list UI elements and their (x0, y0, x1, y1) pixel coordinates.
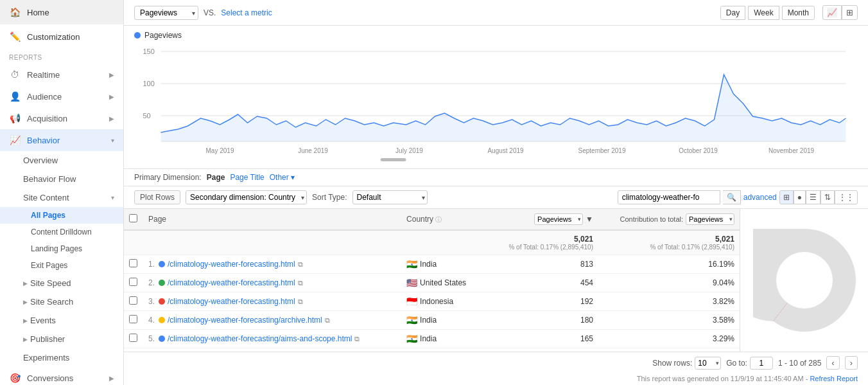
view-table-button[interactable]: ⊞ (779, 190, 794, 204)
table-body: 5,021 % of Total: 0.17% (2,895,410) 5,02… (124, 230, 740, 352)
sidebar-item-site-content[interactable]: Site Content ▾ (0, 188, 123, 207)
row-page-link[interactable]: /climatology-weather-forecasting/archive… (168, 316, 322, 325)
bar-chart-button[interactable]: ⊞ (842, 5, 858, 20)
toolbar-right: 🔍 advanced ⊞ ● ☰ ⇅ ⋮⋮ (618, 190, 858, 204)
sidebar-item-content-drilldown[interactable]: Content Drilldown (0, 224, 123, 240)
sidebar-item-site-search[interactable]: ▶ Site Search (0, 292, 123, 311)
row-number: 1. (148, 260, 155, 269)
row-checkbox[interactable] (129, 259, 137, 267)
search-button[interactable]: 🔍 (723, 190, 741, 204)
sidebar-item-site-speed[interactable]: ▶ Site Speed (0, 274, 123, 292)
sidebar-item-all-pages[interactable]: All Pages (0, 207, 123, 224)
svg-text:July 2019: July 2019 (395, 147, 423, 154)
sidebar-item-acquisition[interactable]: 📢 Acquisition ▶ (0, 107, 123, 129)
row-page-link[interactable]: /climatology-weather-forecasting.html (168, 278, 295, 287)
row-page-link[interactable]: /climatology-weather-forecasting.html (168, 297, 295, 306)
copy-icon[interactable]: ⧉ (298, 279, 303, 287)
row-pageviews-cell: 165 (483, 330, 598, 348)
select-metric-link[interactable]: Select a metric (221, 8, 272, 17)
sidebar-item-audience[interactable]: 👤 Audience ▶ (0, 85, 123, 107)
sidebar-item-exit-pages-label: Exit Pages (31, 261, 67, 270)
plot-rows-button[interactable]: Plot Rows (134, 190, 180, 204)
sidebar-item-acquisition-label: Acquisition (27, 114, 67, 123)
sidebar-item-home[interactable]: 🏠 Home (0, 0, 123, 24)
flag-icon: 🇮🇳 (406, 259, 417, 269)
sidebar-item-realtime[interactable]: ⏱ Realtime ▶ (0, 64, 123, 85)
dimension-other-link[interactable]: Other ▾ (270, 173, 295, 182)
secondary-dimension-select[interactable]: Secondary dimension: Country (186, 190, 307, 204)
pie-chart-wrapper (740, 209, 868, 352)
flag-icon: 🇮🇳 (406, 334, 417, 344)
copy-icon[interactable]: ⧉ (354, 335, 360, 343)
refresh-report-link[interactable]: Refresh Report (810, 375, 858, 382)
legend-label: Pageviews (144, 31, 182, 40)
header-page: Page (143, 209, 401, 230)
week-button[interactable]: Week (748, 6, 779, 20)
row-checkbox[interactable] (129, 315, 137, 323)
row-page-link[interactable]: /climatology-weather-forecasting/aims-an… (168, 334, 352, 343)
sort-type-select[interactable]: Default Absolute Change Weighted Sort (352, 190, 428, 204)
sidebar-item-overview[interactable]: Overview (0, 151, 123, 170)
pageviews-sort-select[interactable]: Pageviews (534, 213, 583, 225)
copy-icon[interactable]: ⧉ (298, 298, 303, 306)
svg-rect-15 (381, 158, 406, 161)
view-pivot-button[interactable]: ⋮⋮ (835, 190, 858, 204)
view-pie-button[interactable]: ● (794, 190, 806, 204)
advanced-link[interactable]: advanced (743, 193, 777, 202)
metric-select[interactable]: Pageviews Sessions Users Bounce Rate (134, 6, 198, 20)
country-name: India (420, 260, 437, 269)
reports-label: REPORTS (0, 49, 123, 64)
table-row: 1. /climatology-weather-forecasting.html… (124, 255, 740, 274)
pageviews-sort-wrapper: Pageviews (534, 213, 583, 225)
chevron-right-icon: ▶ (109, 71, 114, 78)
month-button[interactable]: Month (782, 6, 815, 20)
table-toolbar: Plot Rows Secondary dimension: Country S… (124, 186, 868, 209)
sidebar-item-customization[interactable]: ✏️ Customization (0, 24, 123, 49)
row-checkbox[interactable] (129, 278, 137, 286)
dimension-page-title-link[interactable]: Page Title (230, 173, 264, 182)
sidebar-item-events[interactable]: ▶ Events (0, 311, 123, 330)
table-row: 5. /climatology-weather-forecasting/aims… (124, 330, 740, 348)
chevron-right-icon-speed: ▶ (23, 280, 28, 287)
sidebar-item-behavior-flow[interactable]: Behavior Flow (0, 170, 123, 188)
view-list-button[interactable]: ☰ (806, 190, 820, 204)
select-all-checkbox[interactable] (129, 214, 137, 222)
row-pageviews-cell: 813 (483, 255, 598, 274)
row-page-link[interactable]: /climatology-weather-forecasting.html (168, 260, 295, 269)
row-pageviews-cell: 454 (483, 274, 598, 292)
sidebar-item-experiments[interactable]: Experiments (0, 348, 123, 367)
sidebar-item-landing-pages[interactable]: Landing Pages (0, 240, 123, 257)
rows-select[interactable]: 10 25 50 100 500 (695, 357, 721, 370)
sidebar-item-conversions[interactable]: 🎯 Conversions ▶ (0, 367, 123, 385)
contrib-select[interactable]: Pageviews (686, 213, 734, 225)
rows-select-wrapper: 10 25 50 100 500 (695, 357, 721, 370)
dimension-page-link[interactable]: Page (207, 173, 225, 182)
day-button[interactable]: Day (720, 6, 745, 20)
sort-arrow-icon[interactable]: ▼ (586, 215, 593, 224)
sidebar-item-content-drilldown-label: Content Drilldown (31, 228, 92, 237)
sidebar-item-behavior[interactable]: 📈 Behavior ▾ (0, 129, 123, 151)
header-contribution: Contribution to total: Pageviews (598, 209, 740, 230)
vs-text: VS. (204, 8, 216, 17)
search-input[interactable] (618, 190, 720, 204)
chevron-down-icon: ▾ (111, 137, 114, 144)
copy-icon[interactable]: ⧉ (298, 260, 303, 269)
row-color-dot (159, 280, 165, 286)
sidebar-item-behavior-flow-label: Behavior Flow (23, 174, 76, 184)
row-checkbox[interactable] (129, 334, 137, 342)
sidebar-item-publisher[interactable]: ▶ Publisher (0, 330, 123, 348)
sidebar-item-site-speed-label: Site Speed (30, 278, 71, 288)
next-page-button[interactable]: › (845, 356, 858, 370)
prev-page-button[interactable]: ‹ (826, 356, 839, 370)
view-sort-button[interactable]: ⇅ (820, 190, 835, 204)
flag-icon: 🇮🇩 (406, 296, 417, 307)
row-country: 🇮🇳 India (406, 315, 478, 325)
line-chart-button[interactable]: 📈 (822, 5, 842, 20)
home-icon: 🏠 (9, 6, 21, 18)
goto-input[interactable] (750, 357, 773, 370)
svg-text:150: 150 (143, 48, 155, 55)
copy-icon[interactable]: ⧉ (325, 316, 330, 325)
row-checkbox[interactable] (129, 296, 137, 305)
row-checkbox-cell (124, 255, 143, 274)
sidebar-item-exit-pages[interactable]: Exit Pages (0, 257, 123, 274)
